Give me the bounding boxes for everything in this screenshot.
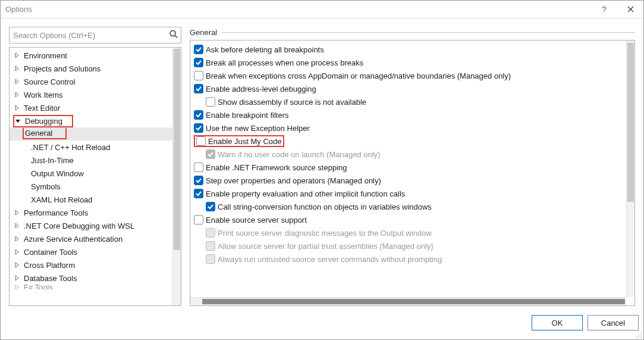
checkbox[interactable] [194, 163, 203, 172]
checkbox[interactable] [194, 215, 203, 224]
section-divider [222, 32, 635, 33]
options-dialog: Options ? EnvironmentProjects and Soluti… [0, 0, 644, 340]
checkbox[interactable] [196, 136, 206, 146]
ok-button[interactable]: OK [532, 315, 583, 330]
checkbox[interactable] [194, 71, 203, 80]
tree-node-xaml-hot-reload[interactable]: XAML Hot Reload [10, 193, 172, 206]
expand-arrow-icon[interactable] [13, 52, 20, 59]
option-row[interactable]: Enable source server support [191, 213, 633, 226]
checkbox[interactable] [206, 97, 215, 107]
tree-node-label: F# Tools [23, 285, 54, 289]
option-row[interactable]: Enable address-level debugging [191, 82, 633, 95]
section-title: General [190, 28, 222, 37]
close-button[interactable] [617, 1, 643, 18]
expand-arrow-icon[interactable] [13, 104, 20, 111]
expand-arrow-icon[interactable] [13, 285, 20, 289]
option-row[interactable]: Show disassembly if source is not availa… [191, 95, 633, 108]
tree-scrollbar[interactable] [172, 48, 181, 305]
checkbox[interactable] [194, 110, 203, 120]
cancel-button[interactable]: Cancel [588, 315, 639, 330]
tree-scroll[interactable]: EnvironmentProjects and SolutionsSource … [10, 48, 172, 305]
svg-point-7 [640, 336, 642, 338]
option-label: Enable property evaluation and other imp… [206, 189, 405, 198]
checkbox[interactable] [194, 189, 203, 198]
svg-line-1 [175, 36, 177, 38]
option-row[interactable]: Call string-conversion function on objec… [191, 200, 633, 213]
expand-arrow-icon[interactable] [13, 261, 20, 269]
tree-node-label: Environment [23, 51, 68, 61]
settings-vscrollbar[interactable] [626, 40, 634, 297]
option-row[interactable]: Enable .NET Framework source stepping [191, 161, 633, 174]
tree-node-performance-tools[interactable]: Performance Tools [10, 206, 172, 219]
checkbox[interactable] [206, 202, 215, 211]
tree-node-label: Source Control [23, 77, 77, 87]
tree-node-cross-platform[interactable]: Cross Platform [10, 258, 172, 272]
tree-node-f-tools[interactable]: F# Tools [10, 285, 172, 289]
checkbox [206, 254, 215, 264]
tree-node-label: Output Window [30, 169, 85, 179]
tree-node-container-tools[interactable]: Container Tools [10, 245, 172, 258]
option-label: Break when exceptions cross AppDomain or… [206, 71, 511, 80]
expand-arrow-icon[interactable] [13, 248, 20, 255]
expand-arrow-icon[interactable] [14, 117, 21, 124]
tree-node--net-c-hot-reload[interactable]: .NET / C++ Hot Reload [10, 141, 172, 154]
option-row[interactable]: Step over properties and operators (Mana… [191, 174, 633, 187]
expand-arrow-icon[interactable] [13, 65, 20, 72]
option-label: Break all processes when one process bre… [206, 58, 363, 67]
tree-node-just-in-time[interactable]: Just-In-Time [10, 154, 172, 167]
tree-node-azure-service-authentication[interactable]: Azure Service Authentication [10, 232, 172, 245]
tree-node-text-editor[interactable]: Text Editor [10, 101, 172, 114]
tree-scrollbar-thumb[interactable] [174, 49, 180, 250]
tree-node-database-tools[interactable]: Database Tools [10, 272, 172, 285]
search-input[interactable] [10, 27, 181, 43]
expand-arrow-icon[interactable] [13, 209, 20, 216]
left-panel: EnvironmentProjects and SolutionsSource … [9, 27, 181, 306]
option-row[interactable]: Break all processes when one process bre… [191, 56, 633, 69]
option-label: Always run untrusted source server comma… [218, 255, 442, 264]
checkbox[interactable] [194, 123, 203, 133]
checkbox[interactable] [194, 84, 203, 93]
tree-node-general[interactable]: General [10, 127, 172, 141]
checkbox[interactable] [194, 58, 203, 67]
expand-arrow-icon[interactable] [13, 78, 20, 85]
settings-vscrollbar-thumb[interactable] [627, 43, 634, 202]
option-row[interactable]: Break when exceptions cross AppDomain or… [191, 69, 633, 82]
option-row[interactable]: Enable breakpoint filters [191, 108, 633, 121]
option-row[interactable]: Enable property evaluation and other imp… [191, 187, 633, 200]
svg-point-3 [638, 334, 639, 335]
checkbox[interactable] [194, 45, 203, 54]
tree-node-label: .NET / C++ Hot Reload [30, 142, 111, 152]
category-tree: EnvironmentProjects and SolutionsSource … [9, 47, 181, 306]
expand-arrow-icon[interactable] [13, 275, 20, 282]
option-label: Show disassembly if source is not availa… [218, 98, 366, 107]
option-row[interactable]: Use the new Exception Helper [191, 121, 633, 135]
option-row[interactable]: Ask before deleting all breakpoints [191, 43, 633, 56]
titlebar: Options ? [1, 1, 643, 18]
tree-node-work-items[interactable]: Work Items [10, 88, 172, 101]
checkbox[interactable] [194, 176, 203, 185]
tree-node-source-control[interactable]: Source Control [10, 75, 172, 88]
expand-arrow-icon[interactable] [13, 235, 20, 242]
settings-hscrollbar-thumb[interactable] [202, 299, 625, 304]
tree-node-output-window[interactable]: Output Window [10, 167, 172, 180]
tree-node-projects-and-solutions[interactable]: Projects and Solutions [10, 62, 172, 75]
tree-node-environment[interactable]: Environment [10, 49, 172, 62]
option-row[interactable]: Enable Just My Code [191, 135, 633, 148]
settings-scroll[interactable]: Ask before deleting all breakpointsBreak… [190, 40, 634, 305]
option-row: Always run untrusted source server comma… [191, 252, 633, 266]
tree-node-symbols[interactable]: Symbols [10, 180, 172, 193]
right-panel: General Ask before deleting all breakpoi… [190, 27, 635, 306]
tree-node-label: Database Tools [23, 273, 78, 283]
resize-grip-icon[interactable] [635, 331, 642, 338]
tree-node--net-core-debugging-with-wsl[interactable]: .NET Core Debugging with WSL [10, 219, 172, 232]
expand-arrow-icon[interactable] [13, 222, 20, 229]
search-icon[interactable] [169, 30, 178, 41]
tree-node-label: .NET Core Debugging with WSL [23, 221, 136, 231]
help-button[interactable]: ? [591, 1, 617, 18]
tree-node-debugging[interactable]: Debugging [10, 114, 172, 127]
option-label: Step over properties and operators (Mana… [206, 176, 381, 185]
settings-hscrollbar[interactable] [190, 297, 626, 305]
search-input-wrapper[interactable] [9, 27, 181, 43]
expand-arrow-icon[interactable] [13, 91, 20, 98]
option-label: Use the new Exception Helper [206, 124, 310, 133]
